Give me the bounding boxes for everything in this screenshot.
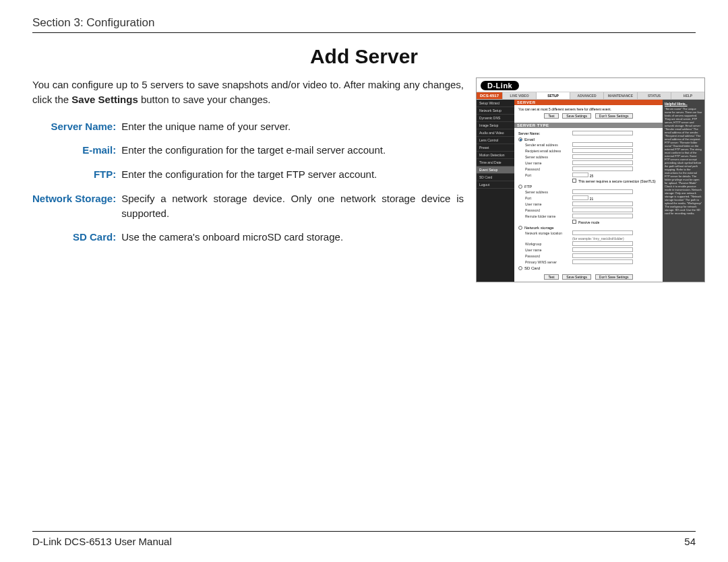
tab-help[interactable]: HELP [671, 92, 704, 99]
input-user[interactable] [572, 160, 633, 165]
def-network-storage: Network Storage: Specify a network stora… [32, 191, 464, 230]
dont-save-button-bottom[interactable]: Don't Save Settings [595, 274, 633, 280]
section-header: Section 3: Configuration [32, 16, 696, 33]
input-ftp-port[interactable] [572, 195, 588, 200]
sidebar: Setup Wizard Network Setup Dynamic DNS I… [477, 100, 514, 282]
sidebar-item[interactable]: Audio and Video [477, 129, 514, 137]
server-type-form: Server Name: Email Sender email address … [514, 128, 663, 272]
brand-bar: D-Link [477, 78, 704, 92]
save-settings-button-bottom[interactable]: Save Settings [562, 274, 591, 280]
radio-net-label: Network storage [524, 226, 554, 230]
text-column: You can configure up to 5 servers to sav… [32, 77, 464, 282]
save-settings-button[interactable]: Save Settings [562, 113, 591, 119]
dont-save-button[interactable]: Don't Save Settings [595, 113, 633, 119]
sidebar-item[interactable]: Network Setup [477, 107, 514, 115]
tab-live-video[interactable]: LIVE VIDEO [502, 92, 536, 99]
input-net-pass[interactable] [572, 253, 633, 258]
footer-left: D-Link DCS-6513 User Manual [32, 536, 172, 547]
input-wins[interactable] [572, 259, 633, 264]
def-email: E-mail: Enter the configuration for the … [32, 143, 464, 167]
input-port[interactable] [572, 173, 588, 177]
def-server-name: Server Name: Enter the unique name of yo… [32, 119, 464, 144]
input-workgroup[interactable] [572, 241, 633, 246]
label-ftp-port: Port [518, 196, 572, 200]
label-ftp-addr: Server address [518, 190, 572, 194]
input-server-addr[interactable] [572, 154, 633, 159]
sidebar-item[interactable]: Time and Date [477, 159, 514, 166]
port-value: 25 [590, 174, 594, 178]
test-button-bottom[interactable]: Test [544, 274, 558, 280]
input-sender[interactable] [572, 142, 633, 147]
top-buttons: Test Save Settings Don't Save Settings [518, 113, 659, 119]
label-server-name: Server Name: [518, 131, 572, 135]
radio-network-storage[interactable] [518, 226, 522, 230]
label-port: Port [518, 173, 572, 177]
server-type-header: SERVER TYPE [514, 123, 663, 128]
radio-sd-card[interactable] [518, 266, 522, 270]
def-body: Specify a network storage device. Only o… [121, 191, 464, 230]
hints-header: Helpful Hints.. [665, 102, 702, 106]
input-ftp-addr[interactable] [572, 189, 633, 194]
label-workgroup: Workgroup [518, 242, 572, 246]
brand-logo: D-Link [481, 81, 519, 90]
tls-note: This server requires a secure connection… [578, 179, 656, 183]
checkbox-tls[interactable] [572, 179, 576, 183]
input-pass[interactable] [572, 166, 633, 171]
tab-status[interactable]: STATUS [637, 92, 671, 99]
page-footer: D-Link DCS-6513 User Manual 54 [32, 531, 696, 547]
label-net-pass: Password [518, 254, 572, 258]
intro-paragraph: You can configure up to 5 servers to sav… [32, 77, 464, 107]
sidebar-item[interactable]: Setup Wizard [477, 100, 514, 107]
main-panel: SERVER You can set at most 5 different s… [514, 100, 663, 282]
def-sd-card: SD Card: Use the camera's onboard microS… [32, 230, 464, 254]
checkbox-passive[interactable] [572, 220, 576, 224]
tab-advanced[interactable]: ADVANCED [570, 92, 603, 99]
label-wins: Primary WINS server [518, 260, 572, 264]
radio-sd-label: SD Card [524, 266, 540, 270]
page-title: Add Server [32, 45, 696, 68]
label-ftp-user: User name [518, 202, 572, 206]
label-net-user: User name [518, 248, 572, 252]
radio-ftp-label: FTP [524, 185, 532, 189]
def-body: Enter the unique name of your server. [121, 119, 464, 144]
input-ftp-user[interactable] [572, 201, 633, 206]
sidebar-item[interactable]: Dynamic DNS [477, 115, 514, 122]
input-server-name[interactable] [572, 131, 633, 135]
label-ftp-pass: Password [518, 208, 572, 212]
label-loc: Network storage location [518, 231, 572, 235]
sidebar-item[interactable]: Preset [477, 144, 514, 152]
def-label: FTP: [32, 167, 121, 191]
footer-right: 54 [684, 536, 696, 547]
sidebar-item[interactable]: Image Setup [477, 122, 514, 129]
sidebar-item[interactable]: Event Setup [477, 166, 514, 174]
sidebar-item[interactable]: Logout [477, 181, 514, 189]
input-recipient[interactable] [572, 148, 633, 153]
sidebar-item[interactable]: SD Card [477, 174, 514, 181]
radio-email[interactable] [518, 137, 522, 142]
shot-body: Setup Wizard Network Setup Dynamic DNS I… [477, 100, 704, 282]
sidebar-item[interactable]: Motion Detection [477, 152, 514, 159]
sidebar-item[interactable]: Lens Control [477, 137, 514, 144]
input-ftp-pass[interactable] [572, 208, 633, 212]
label-pass: Password [518, 167, 572, 171]
tab-setup[interactable]: SETUP [536, 92, 570, 99]
input-net-user[interactable] [572, 247, 633, 252]
radio-email-label: Email [524, 137, 535, 142]
radio-net-row: Network storage [518, 226, 659, 230]
input-remote[interactable] [572, 214, 633, 218]
def-ftp: FTP: Enter the configuration for the tar… [32, 167, 464, 191]
embedded-screenshot: D-Link DCS-6517 LIVE VIDEO SETUP ADVANCE… [476, 77, 705, 282]
intro-bold: Save Settings [71, 94, 138, 105]
server-note: You can set at most 5 different servers … [518, 107, 659, 111]
row-server-name: Server Name: [518, 131, 659, 136]
input-loc[interactable] [572, 230, 633, 235]
tab-maintenance[interactable]: MAINTENANCE [603, 92, 637, 99]
def-label: E-mail: [32, 143, 121, 167]
nav-bar: DCS-6517 LIVE VIDEO SETUP ADVANCED MAINT… [477, 92, 704, 100]
radio-ftp-row: FTP [518, 185, 659, 189]
radio-ftp[interactable] [518, 185, 522, 189]
ftp-port-value: 21 [590, 197, 594, 201]
def-body: Use the camera's onboard microSD card st… [121, 230, 464, 254]
test-button[interactable]: Test [544, 113, 558, 119]
definitions-list: Server Name: Enter the unique name of yo… [32, 119, 464, 255]
